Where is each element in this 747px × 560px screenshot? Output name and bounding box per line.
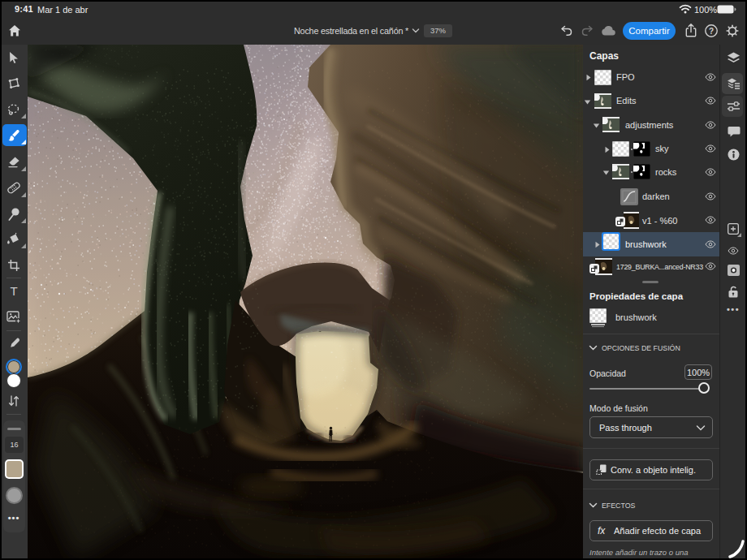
svg-text:?: ? xyxy=(709,27,714,36)
